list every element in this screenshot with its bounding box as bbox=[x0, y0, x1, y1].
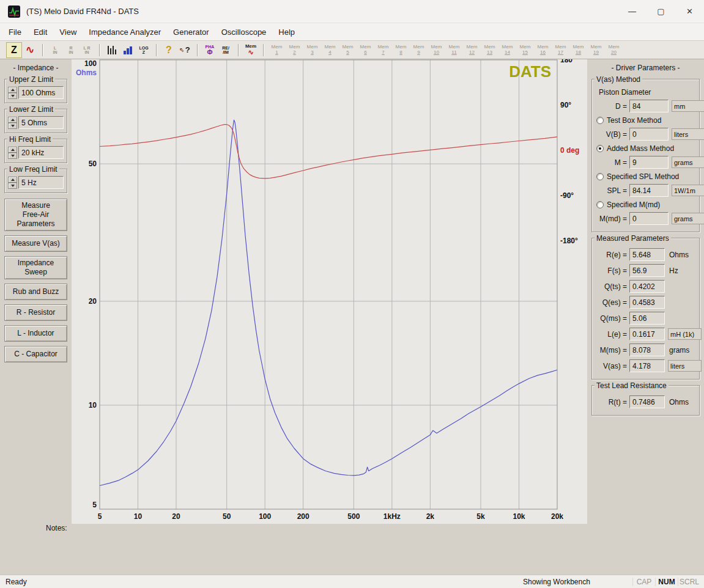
lower-z-limit-group: Lower Z Limit5 Ohms bbox=[4, 109, 67, 133]
mem-label: Mem bbox=[555, 45, 566, 50]
memory-waveform-button[interactable]: Mem ∿ bbox=[243, 42, 259, 58]
cursor-arrow-icon: ⇖ bbox=[179, 47, 184, 53]
r-resistor-button[interactable]: R - Resistor bbox=[4, 304, 67, 321]
menu-impedance-analyzer[interactable]: Impedance Analyzer bbox=[83, 24, 167, 40]
fs-field[interactable]: 56.9 bbox=[629, 264, 665, 277]
mem-8-button[interactable]: Mem8 bbox=[392, 42, 410, 58]
menu-view[interactable]: View bbox=[53, 24, 83, 40]
test-box-volume-field[interactable]: 0 bbox=[629, 128, 669, 141]
mem-2-button[interactable]: Mem2 bbox=[286, 42, 303, 58]
mem-10-button[interactable]: Mem10 bbox=[428, 42, 445, 58]
sweep-button[interactable]: ∿ bbox=[22, 42, 38, 58]
rt-field[interactable]: 0.7486 bbox=[629, 395, 665, 408]
specified-mmd-radio-row: Specified M(md) bbox=[596, 200, 696, 209]
low-freq-limit-spin-up[interactable] bbox=[8, 177, 17, 183]
driver-parameters-title: - Driver Parameters - bbox=[587, 59, 704, 75]
hi-freq-limit-control: 20 kHz bbox=[8, 146, 64, 159]
menu-edit[interactable]: Edit bbox=[28, 24, 53, 40]
mmd-field[interactable]: 0 bbox=[629, 212, 669, 225]
low-freq-limit-field[interactable]: 5 Hz bbox=[18, 176, 64, 189]
left-input-button[interactable]: L IN bbox=[47, 42, 63, 58]
upper-z-limit-field[interactable]: 100 Ohms bbox=[18, 86, 64, 99]
mms-field[interactable]: 8.078 bbox=[629, 344, 665, 356]
close-button[interactable]: ✕ bbox=[675, 0, 704, 23]
impedance-sweep-button[interactable]: Impedance Sweep bbox=[4, 256, 67, 279]
mem-label: Mem bbox=[484, 45, 495, 50]
hi-freq-limit-spinner bbox=[8, 147, 17, 159]
menu-file[interactable]: File bbox=[2, 24, 28, 40]
bars-button[interactable] bbox=[104, 42, 120, 58]
lower-z-limit-spin-up[interactable] bbox=[8, 117, 17, 123]
piston-diameter-field[interactable]: 84 bbox=[629, 100, 669, 112]
measure-vas-button[interactable]: Measure V(as) bbox=[4, 235, 67, 252]
mem-9-button[interactable]: Mem9 bbox=[410, 42, 428, 58]
maximize-button[interactable]: ▢ bbox=[647, 0, 675, 23]
mem-number: 8 bbox=[399, 50, 402, 55]
phase-button[interactable]: PHA Φ bbox=[202, 42, 218, 58]
mem-4-button[interactable]: Mem4 bbox=[321, 42, 339, 58]
hi-freq-limit-field[interactable]: 20 kHz bbox=[18, 146, 64, 159]
mem-16-button[interactable]: Mem16 bbox=[534, 42, 552, 58]
mem-14-button[interactable]: Mem14 bbox=[498, 42, 516, 58]
histogram-button[interactable] bbox=[120, 42, 136, 58]
c-capacitor-button[interactable]: C - Capacitor bbox=[4, 346, 67, 362]
mem-6-button[interactable]: Mem6 bbox=[357, 42, 374, 58]
help-button[interactable]: ? bbox=[161, 42, 177, 58]
re-field[interactable]: 5.648 bbox=[629, 248, 665, 261]
mem-19-button[interactable]: Mem19 bbox=[587, 42, 605, 58]
stereo-input-button[interactable]: L R IN bbox=[79, 42, 95, 58]
upper-z-limit-spin-up[interactable] bbox=[8, 87, 17, 93]
lower-z-limit-field[interactable]: 5 Ohms bbox=[18, 116, 64, 129]
qts-field[interactable]: 0.4202 bbox=[629, 280, 665, 293]
context-help-button[interactable]: ⇖ ? bbox=[177, 42, 193, 58]
mem-17-button[interactable]: Mem17 bbox=[552, 42, 569, 58]
le-field[interactable]: 0.1617 bbox=[629, 328, 665, 340]
specified-spl-value: 84.14 bbox=[632, 186, 651, 195]
lower-z-limit-spin-down[interactable] bbox=[8, 123, 17, 129]
mem-3-button[interactable]: Mem3 bbox=[303, 42, 321, 58]
vas-value: 4.178 bbox=[632, 362, 651, 370]
mem-20-button[interactable]: Mem20 bbox=[605, 42, 623, 58]
added-mass-method-radio[interactable] bbox=[596, 145, 604, 152]
low-freq-limit-spin-down[interactable] bbox=[8, 183, 17, 189]
qms-field[interactable]: 5.06 bbox=[629, 312, 665, 325]
qes-field[interactable]: 0.4583 bbox=[629, 296, 665, 309]
mem-1-button[interactable]: Mem1 bbox=[268, 42, 286, 58]
right-input-button[interactable]: R IN bbox=[63, 42, 79, 58]
specified-spl-field[interactable]: 84.14 bbox=[629, 184, 669, 197]
menu-help[interactable]: Help bbox=[272, 24, 301, 40]
specified-spl-method-radio[interactable] bbox=[596, 173, 604, 180]
mem-label: Mem bbox=[502, 45, 513, 50]
fs-label: F(s) = bbox=[595, 266, 627, 275]
log-z-button[interactable]: LOG Z bbox=[136, 42, 152, 58]
minimize-button[interactable]: — bbox=[618, 0, 647, 23]
upper-z-limit-spin-down[interactable] bbox=[8, 93, 17, 99]
hi-freq-limit-spin-up[interactable] bbox=[8, 147, 17, 153]
mem-label: Mem bbox=[396, 45, 407, 50]
vas-field[interactable]: 4.178 bbox=[629, 359, 665, 372]
mem-12-button[interactable]: Mem12 bbox=[463, 42, 481, 58]
added-mass-unit: grams bbox=[672, 156, 704, 168]
indicator-num: NUM bbox=[655, 578, 678, 586]
y-tick-label: 50 bbox=[89, 160, 97, 168]
mem-13-button[interactable]: Mem13 bbox=[481, 42, 498, 58]
mem-5-button[interactable]: Mem5 bbox=[339, 42, 357, 58]
toolbar-mem-buttons: Mem1Mem2Mem3Mem4Mem5Mem6Mem7Mem8Mem9Mem1… bbox=[268, 42, 623, 58]
mem-18-button[interactable]: Mem18 bbox=[569, 42, 587, 58]
low-freq-limit-group: Low Freq Limit5 Hz bbox=[4, 169, 67, 193]
hi-freq-limit-spin-down[interactable] bbox=[8, 153, 17, 159]
measure-free-air-parameters-button[interactable]: Measure Free-Air Parameters bbox=[4, 199, 67, 231]
right-input-label2: IN bbox=[69, 50, 73, 54]
menu-generator[interactable]: Generator bbox=[167, 24, 215, 40]
test-box-method-radio[interactable] bbox=[596, 117, 604, 124]
specified-mmd-radio[interactable] bbox=[596, 201, 604, 208]
mem-7-button[interactable]: Mem7 bbox=[374, 42, 392, 58]
re-im-button[interactable]: RE/ /IM bbox=[218, 42, 234, 58]
added-mass-field[interactable]: 9 bbox=[629, 156, 669, 169]
menu-oscilloscope[interactable]: Oscilloscope bbox=[215, 24, 273, 40]
l-inductor-button[interactable]: L - Inductor bbox=[4, 325, 67, 342]
mem-11-button[interactable]: Mem11 bbox=[445, 42, 463, 58]
impedance-mode-button[interactable]: Z bbox=[6, 42, 22, 58]
mem-15-button[interactable]: Mem15 bbox=[516, 42, 534, 58]
rub-and-buzz-button[interactable]: Rub and Buzz bbox=[4, 284, 67, 300]
